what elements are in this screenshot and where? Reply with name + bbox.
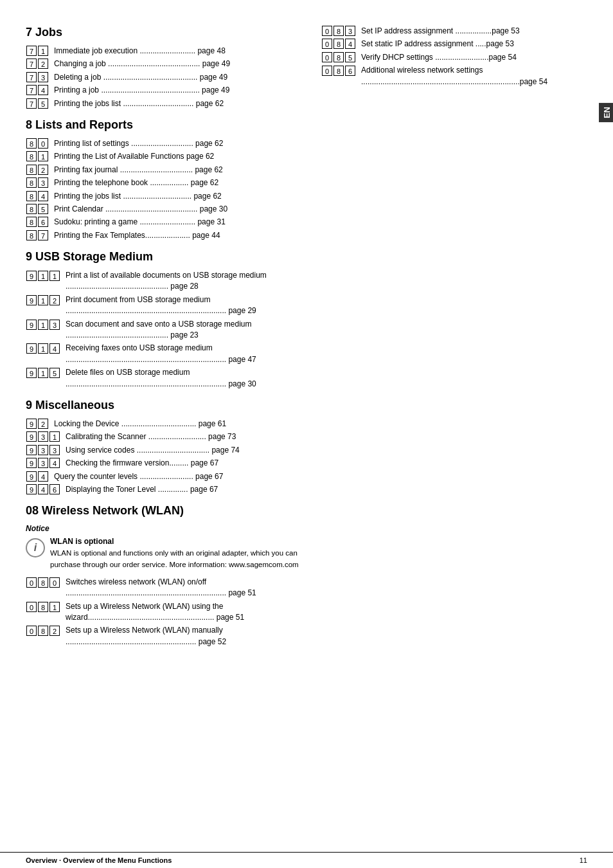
en-tab-label: EN bbox=[599, 103, 613, 122]
key: 1 bbox=[49, 431, 60, 442]
right-column: 0 8 3 Set IP address assignment ........… bbox=[315, 13, 585, 669]
key: 9 bbox=[26, 271, 37, 281]
entry-text: Receiving faxes onto USB storage medium.… bbox=[63, 343, 302, 365]
entry-text: Changing a job .........................… bbox=[51, 59, 302, 69]
info-icon: i bbox=[26, 538, 45, 557]
entry-text: Printing the Fax Templates..............… bbox=[51, 230, 302, 241]
key: 3 bbox=[38, 431, 48, 442]
entry-text: Verify DHCP settings ...................… bbox=[359, 52, 572, 63]
key: 5 bbox=[345, 52, 355, 62]
key: 3 bbox=[38, 177, 48, 188]
notice-box: Notice i WLAN is optional WLAN is option… bbox=[26, 524, 302, 570]
key-group: 0 8 5 bbox=[321, 52, 356, 62]
key-group: 0 8 2 bbox=[26, 626, 60, 636]
section-misc: 9 Miscellaneous 9 2 Locking the Device .… bbox=[26, 399, 302, 495]
entry-text: Scan document and save onto a USB storag… bbox=[63, 319, 302, 341]
entry-text: Printing the List of Available Functions… bbox=[51, 151, 302, 162]
list-item: 9 1 1 Print a list of available document… bbox=[26, 270, 302, 293]
key: 9 bbox=[26, 295, 37, 305]
key: 1 bbox=[38, 151, 48, 161]
entry-text: Sudoku: printing a game ................… bbox=[51, 217, 302, 228]
key-group: 9 1 2 bbox=[26, 295, 60, 305]
key-group: 9 3 3 bbox=[26, 445, 60, 455]
list-item: 8 3 Printing the telephone book ........… bbox=[26, 177, 302, 188]
key-group: 7 5 bbox=[26, 98, 49, 109]
key-group: 0 8 6 bbox=[321, 66, 356, 76]
key: 9 bbox=[26, 320, 37, 330]
key-group: 0 8 3 bbox=[321, 26, 356, 36]
entry-text: Sets up a Wireless Network (WLAN) manual… bbox=[63, 625, 302, 647]
footer-left: Overview · Overview of the Menu Function… bbox=[26, 856, 172, 864]
entry-text: Print a list of available documents on U… bbox=[63, 270, 302, 293]
key: 4 bbox=[38, 471, 48, 482]
key: 9 bbox=[26, 445, 37, 455]
notice-content: WLAN is optional WLAN is optional and fu… bbox=[50, 537, 302, 570]
key: 9 bbox=[26, 419, 37, 429]
key: 7 bbox=[26, 98, 37, 109]
key: 2 bbox=[38, 59, 48, 69]
key-group: 9 4 6 bbox=[26, 484, 60, 494]
key: 1 bbox=[38, 295, 48, 305]
list-item: 0 8 3 Set IP address assignment ........… bbox=[321, 26, 572, 37]
list-item: 9 1 4 Receiving faxes onto USB storage m… bbox=[26, 343, 302, 365]
key: 8 bbox=[26, 204, 37, 214]
key-group: 9 1 3 bbox=[26, 320, 60, 330]
wlan-heading: 08 Wireless Network (WLAN) bbox=[26, 504, 302, 518]
key-group: 9 4 bbox=[26, 471, 49, 482]
entry-text: Deleting a job .........................… bbox=[51, 72, 302, 83]
section-usb: 9 USB Storage Medium 9 1 1 Print a list … bbox=[26, 250, 302, 390]
key: 4 bbox=[38, 85, 48, 95]
key: 1 bbox=[38, 343, 48, 354]
list-item: 0 8 2 Sets up a Wireless Network (WLAN) … bbox=[26, 625, 302, 647]
key: 8 bbox=[26, 191, 37, 201]
entry-text: Immediate job execution ................… bbox=[51, 46, 302, 57]
key: 7 bbox=[38, 230, 48, 240]
key: 8 bbox=[26, 138, 37, 149]
entry-text: Delete files on USB storage medium......… bbox=[63, 367, 302, 390]
key: 3 bbox=[345, 26, 355, 36]
key: 8 bbox=[38, 602, 48, 612]
key: 8 bbox=[38, 577, 48, 588]
key: 1 bbox=[38, 320, 48, 330]
list-item: 9 3 4 Checking the firmware version.....… bbox=[26, 458, 302, 469]
key-group: 0 8 1 bbox=[26, 602, 60, 612]
key: 7 bbox=[26, 72, 37, 82]
key: 6 bbox=[49, 484, 60, 494]
list-item: 7 2 Changing a job .....................… bbox=[26, 59, 302, 69]
notice-title: WLAN is optional bbox=[50, 537, 302, 546]
entry-text: Printing fax journal ...................… bbox=[51, 165, 302, 176]
entry-text: Printing the jobs list .................… bbox=[51, 98, 302, 109]
key-group: 7 1 bbox=[26, 46, 49, 56]
key-group: 8 3 bbox=[26, 177, 49, 188]
list-item: 7 1 Immediate job execution ............… bbox=[26, 46, 302, 57]
section-lists: 8 Lists and Reports 8 0 Printing list of… bbox=[26, 118, 302, 241]
list-item: 0 8 1 Sets up a Wireless Network (WLAN) … bbox=[26, 601, 302, 624]
key: 3 bbox=[49, 445, 60, 455]
key-group: 8 4 bbox=[26, 191, 49, 201]
list-item: 9 4 6 Displaying the Toner Level .......… bbox=[26, 484, 302, 495]
list-item: 9 4 Query the counter levels ...........… bbox=[26, 471, 302, 482]
key: 8 bbox=[26, 217, 37, 227]
key: 0 bbox=[322, 26, 332, 36]
key: 8 bbox=[26, 165, 37, 175]
key-group: 0 8 0 bbox=[26, 577, 60, 588]
key: 8 bbox=[333, 39, 344, 49]
key: 8 bbox=[333, 26, 344, 36]
entry-text: Printing the jobs list .................… bbox=[51, 191, 302, 202]
entry-text: Printing list of settings ..............… bbox=[51, 138, 302, 149]
key: 9 bbox=[26, 484, 37, 494]
key: 0 bbox=[26, 577, 37, 588]
key-group: 8 0 bbox=[26, 138, 49, 149]
list-item: 9 2 Locking the Device .................… bbox=[26, 419, 302, 429]
key: 1 bbox=[49, 602, 60, 612]
misc-heading: 9 Miscellaneous bbox=[26, 399, 302, 412]
entry-text: Set IP address assignment ..............… bbox=[359, 26, 572, 37]
entry-text: Print document from USB storage medium..… bbox=[63, 294, 302, 317]
key: 5 bbox=[38, 98, 48, 109]
key-group: 9 1 4 bbox=[26, 343, 60, 354]
footer: Overview · Overview of the Menu Function… bbox=[0, 852, 613, 868]
key-group: 8 7 bbox=[26, 230, 49, 240]
key: 2 bbox=[49, 295, 60, 305]
key-group: 0 8 4 bbox=[321, 39, 356, 49]
key-group: 8 1 bbox=[26, 151, 49, 161]
